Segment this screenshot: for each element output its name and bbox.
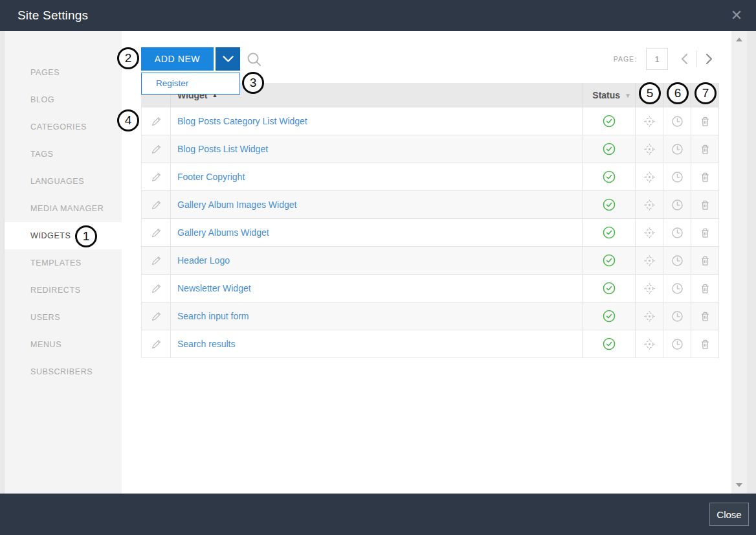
table-row: Blog Posts List Widget xyxy=(142,135,718,163)
add-new-dropdown-toggle[interactable] xyxy=(216,47,240,71)
widget-link[interactable]: Search input form xyxy=(177,311,249,321)
target-cell[interactable] xyxy=(635,330,663,358)
table-row: Header Logo xyxy=(142,247,718,275)
modal-title: Site Settings xyxy=(17,8,88,23)
status-cell xyxy=(582,108,635,135)
sidebar-item-languages[interactable]: LANGUAGES xyxy=(5,168,122,195)
edit-pencil-icon xyxy=(150,199,162,211)
edit-cell[interactable] xyxy=(142,163,171,190)
clock-icon xyxy=(671,142,684,156)
sidebar-item-label: WIDGETS xyxy=(30,231,71,240)
clock-cell[interactable] xyxy=(663,191,691,218)
dropdown-item-register[interactable]: Register xyxy=(142,73,239,94)
edit-cell[interactable] xyxy=(142,135,171,163)
sidebar-item-blog[interactable]: BLOG xyxy=(5,86,122,113)
page-number-input[interactable] xyxy=(646,48,668,70)
sidebar-item-subscribers[interactable]: SUBSCRIBERS xyxy=(5,358,122,385)
status-cell xyxy=(582,163,635,190)
target-cell[interactable] xyxy=(635,108,663,135)
status-active-icon xyxy=(602,198,616,212)
sidebar-item-templates[interactable]: TEMPLATES xyxy=(5,249,122,277)
widget-link[interactable]: Footer Copyright xyxy=(177,172,245,182)
delete-cell[interactable] xyxy=(691,135,718,163)
widget-name-cell: Newsletter Widget xyxy=(171,275,582,302)
edit-cell[interactable] xyxy=(142,330,171,358)
target-cell[interactable] xyxy=(635,247,663,274)
scroll-down-icon[interactable] xyxy=(736,483,742,487)
table-row: Newsletter Widget xyxy=(142,275,718,302)
sidebar-nav: PAGES BLOG CATEGORIES TAGS LANGUAGES MED… xyxy=(5,31,122,494)
edit-cell[interactable] xyxy=(142,108,171,135)
target-icon xyxy=(643,337,656,351)
edit-cell[interactable] xyxy=(142,191,171,218)
annotation-circle-5: 5 xyxy=(639,82,661,104)
target-cell[interactable] xyxy=(635,219,663,246)
sidebar-item-media-manager[interactable]: MEDIA MANAGER xyxy=(5,195,122,222)
widget-link[interactable]: Gallery Album Images Widget xyxy=(177,199,296,210)
status-column-header[interactable]: Status ▼ xyxy=(582,83,635,108)
widget-link[interactable]: Header Logo xyxy=(177,255,230,266)
target-cell[interactable] xyxy=(635,275,663,302)
clock-cell[interactable] xyxy=(663,330,691,358)
delete-cell[interactable] xyxy=(691,219,718,246)
scroll-up-icon[interactable] xyxy=(736,38,742,41)
widget-link[interactable]: Blog Posts List Widget xyxy=(177,144,268,154)
annotation-circle-3: 3 xyxy=(242,72,264,94)
scrollbar[interactable] xyxy=(731,31,747,494)
close-icon[interactable]: ✕ xyxy=(724,0,750,31)
annotation-circle-7: 7 xyxy=(695,82,717,104)
sidebar-item-redirects[interactable]: REDIRECTS xyxy=(5,277,122,304)
sidebar-item-categories[interactable]: CATEGORIES xyxy=(5,113,122,141)
page-edge-right xyxy=(747,31,756,494)
target-icon xyxy=(643,142,656,156)
target-cell[interactable] xyxy=(635,302,663,330)
delete-cell[interactable] xyxy=(691,163,718,190)
delete-cell[interactable] xyxy=(691,330,718,358)
delete-cell[interactable] xyxy=(691,247,718,274)
clock-cell[interactable] xyxy=(663,302,691,330)
delete-cell[interactable] xyxy=(691,275,718,302)
clock-cell[interactable] xyxy=(663,219,691,246)
clock-icon xyxy=(671,254,684,268)
widget-link[interactable]: Gallery Albums Widget xyxy=(177,227,269,238)
next-page-icon[interactable] xyxy=(702,52,715,65)
close-button[interactable]: Close xyxy=(709,503,749,526)
sidebar-item-menus[interactable]: MENUS xyxy=(5,331,122,358)
clock-cell[interactable] xyxy=(663,247,691,274)
clock-cell[interactable] xyxy=(663,275,691,302)
prev-page-icon[interactable] xyxy=(678,52,691,65)
sidebar-item-widgets[interactable]: WIDGETS xyxy=(5,222,122,249)
widget-link[interactable]: Search results xyxy=(177,339,235,349)
delete-cell[interactable] xyxy=(691,108,718,135)
target-cell[interactable] xyxy=(635,163,663,190)
clock-cell[interactable] xyxy=(663,108,691,135)
clock-cell[interactable] xyxy=(663,163,691,190)
widget-link[interactable]: Blog Posts Category List Widget xyxy=(177,116,307,126)
trash-icon xyxy=(699,255,711,267)
sidebar-item-tags[interactable]: TAGS xyxy=(5,141,122,168)
edit-cell[interactable] xyxy=(142,219,171,246)
modal-footer: Close xyxy=(0,494,756,535)
search-icon[interactable] xyxy=(246,51,263,68)
sidebar-item-users[interactable]: USERS xyxy=(5,304,122,331)
sidebar-item-label: REDIRECTS xyxy=(30,286,81,295)
trash-icon xyxy=(699,338,711,350)
edit-pencil-icon xyxy=(150,282,162,295)
widget-name-cell: Gallery Album Images Widget xyxy=(171,191,582,218)
widget-name-cell: Search results xyxy=(171,330,582,358)
clock-cell[interactable] xyxy=(663,135,691,163)
add-new-button[interactable]: ADD NEW xyxy=(141,47,214,71)
widget-link[interactable]: Newsletter Widget xyxy=(177,283,251,293)
edit-cell[interactable] xyxy=(142,247,171,274)
sidebar-item-pages[interactable]: PAGES xyxy=(5,59,122,86)
target-cell[interactable] xyxy=(635,135,663,163)
target-cell[interactable] xyxy=(635,191,663,218)
table-row: Footer Copyright xyxy=(142,163,718,191)
status-active-icon xyxy=(602,225,616,240)
delete-cell[interactable] xyxy=(691,191,718,218)
clock-icon xyxy=(671,310,684,323)
table-row: Search results xyxy=(142,330,718,358)
delete-cell[interactable] xyxy=(691,302,718,330)
edit-cell[interactable] xyxy=(142,275,171,302)
edit-cell[interactable] xyxy=(142,302,171,330)
